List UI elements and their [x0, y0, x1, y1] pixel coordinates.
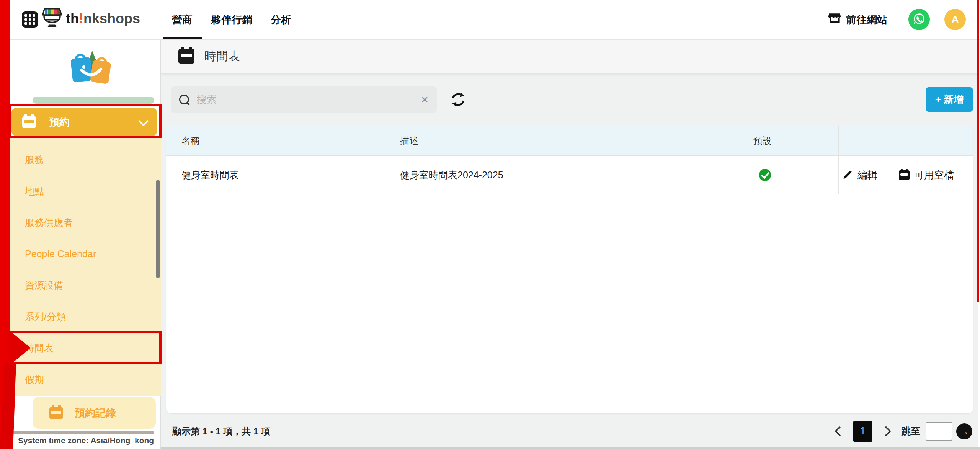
add-new-button[interactable]: + 新增: [926, 87, 973, 112]
jump-to-label: 跳至: [901, 425, 920, 438]
row-actions: 編輯 可用空檔: [842, 156, 954, 194]
whatsapp-button[interactable]: [908, 9, 930, 30]
sidebar-item-timetable[interactable]: 時間表: [10, 332, 161, 364]
next-page-icon[interactable]: [881, 426, 891, 436]
brand-logo[interactable]: th!nkshops: [41, 7, 140, 31]
goto-website-label: 前往網站: [846, 13, 887, 27]
timetable-table-card: 名稱 描述 預設 健身室時間表 健身室時間表2024-2025 編輯: [166, 126, 973, 413]
sidebar: 預約 服務 地點 服務供應者 People Calendar 資源設備 系列/分…: [10, 39, 161, 449]
tab-business[interactable]: 營商: [163, 0, 202, 39]
calendar-icon: [49, 407, 63, 419]
sidebar-item-holidays[interactable]: 假期: [10, 364, 161, 395]
arrow-right-icon: →: [960, 426, 969, 437]
row-default-cell: [759, 156, 771, 194]
user-avatar[interactable]: A: [944, 9, 966, 30]
sidebar-item-resources[interactable]: 資源設備: [10, 269, 161, 301]
sidebar-menu-booking[interactable]: 預約: [11, 108, 157, 136]
column-header-description: 描述: [400, 126, 418, 155]
calendar-icon: [178, 49, 194, 64]
clear-search-icon[interactable]: ×: [421, 93, 428, 106]
sidebar-item-people-calendar[interactable]: People Calendar: [10, 238, 161, 269]
search-icon: [179, 95, 189, 104]
table-row: 健身室時間表 健身室時間表2024-2025 編輯 可用空檔: [166, 156, 973, 194]
edit-button[interactable]: 編輯: [842, 168, 877, 182]
current-page-button[interactable]: 1: [853, 421, 872, 442]
avatar-letter: A: [951, 14, 959, 26]
system-timezone-text: System time zone: Asia/Hong_kong: [18, 436, 154, 445]
annotation-right-red-line: [977, 0, 979, 302]
column-header-name: 名稱: [181, 126, 200, 155]
chevron-down-icon: [138, 116, 149, 126]
available-slots-button[interactable]: 可用空檔: [899, 168, 954, 182]
main-content: 時間表 × + 新增 名稱 描述 預設: [161, 39, 978, 449]
go-to-page-button[interactable]: →: [956, 423, 972, 439]
whatsapp-icon: [912, 11, 926, 28]
brand-name: th!nkshops: [66, 11, 140, 27]
plan-progress-bar: [33, 97, 154, 104]
storefront-awning-icon: [41, 7, 63, 31]
page-title: 時間表: [204, 48, 240, 64]
default-check-icon: [759, 169, 771, 181]
sidebar-divider: [13, 431, 154, 434]
column-header-default: 預設: [753, 126, 772, 155]
goto-website-button[interactable]: 前往網站: [828, 0, 887, 39]
main-nav-tabs: 營商 夥伴行銷 分析: [163, 0, 301, 39]
annotation-left-red-strip: [0, 0, 10, 449]
calendar-icon: [899, 170, 910, 180]
row-description-cell: 健身室時間表2024-2025: [400, 156, 503, 194]
toolbar: × + 新增: [161, 74, 978, 126]
shop-logo: [67, 46, 115, 92]
booking-menu-label: 預約: [49, 115, 70, 129]
items-summary: 顯示第 1 - 1 項，共 1 項: [172, 425, 270, 438]
row-name-cell: 健身室時間表: [181, 156, 239, 194]
table-header-row: 名稱 描述 預設: [166, 126, 973, 156]
tab-partner-marketing[interactable]: 夥伴行銷: [202, 0, 261, 39]
booking-records-label: 預約記錄: [75, 406, 116, 420]
app-window: th!nkshops 營商 夥伴行銷 分析 前往網站 A: [0, 0, 980, 449]
sidebar-scrollbar[interactable]: [156, 180, 160, 278]
sidebar-menu-booking-records[interactable]: 預約記錄: [33, 397, 156, 429]
sidebar-item-services[interactable]: 服務: [10, 144, 161, 175]
jump-to-page-input[interactable]: [926, 422, 952, 441]
actions-column-divider: [838, 126, 839, 194]
page-header: 時間表: [161, 39, 978, 73]
sidebar-item-series-categories[interactable]: 系列/分類: [10, 301, 161, 332]
refresh-button[interactable]: [450, 91, 467, 108]
pagination: 1 跳至 →: [836, 421, 972, 442]
app-launcher-grid-icon[interactable]: [22, 11, 38, 28]
booking-submenu: 服務 地點 服務供應者 People Calendar 資源設備 系列/分類 時…: [10, 137, 161, 396]
table-footer: 顯示第 1 - 1 項，共 1 項 1 跳至 →: [161, 413, 978, 449]
tab-analytics[interactable]: 分析: [261, 0, 301, 39]
calendar-icon: [22, 116, 36, 128]
storefront-icon: [828, 11, 841, 28]
sidebar-item-service-providers[interactable]: 服務供應者: [10, 207, 161, 238]
search-input[interactable]: [196, 93, 421, 106]
top-header-bar: th!nkshops 營商 夥伴行銷 分析 前往網站 A: [0, 0, 980, 40]
search-box: ×: [171, 86, 437, 113]
prev-page-icon[interactable]: [835, 426, 845, 436]
sidebar-item-locations[interactable]: 地點: [10, 175, 161, 207]
pencil-icon: [842, 170, 853, 180]
